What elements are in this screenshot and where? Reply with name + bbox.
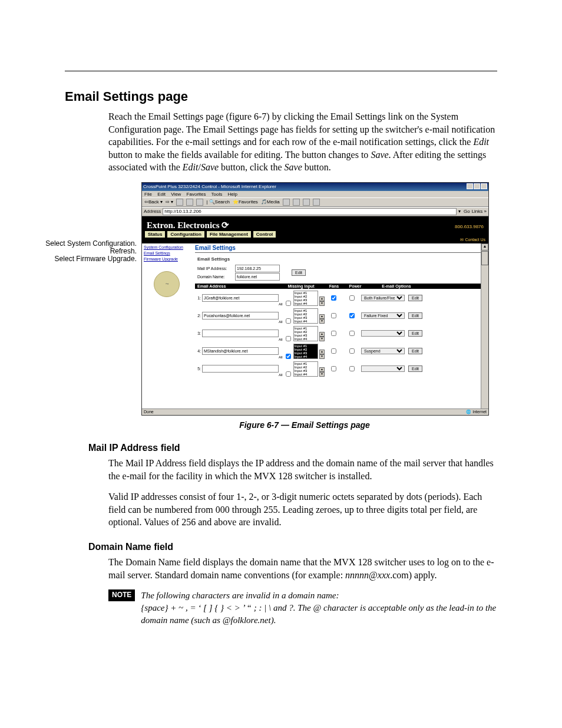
- sub1-title: Mail IP Address field: [88, 443, 497, 453]
- tab-file-management[interactable]: File Management: [206, 230, 252, 238]
- refresh-icon[interactable]: [186, 199, 193, 206]
- callout-fw-upgrade: Select Firmware Upgrade.: [29, 255, 137, 263]
- email-option-select[interactable]: Failure Fixed: [361, 312, 405, 319]
- sidebar-email-settings[interactable]: Email Settings: [144, 251, 190, 256]
- row-edit-button[interactable]: Edit: [408, 312, 422, 319]
- row-edit-button[interactable]: Edit: [408, 295, 422, 301]
- fan-check[interactable]: [331, 348, 336, 354]
- all-check[interactable]: [286, 371, 291, 377]
- email-row: 1:AllInput #1Input #2Input #3Input #4Inp…: [195, 289, 485, 307]
- spin-down-icon[interactable]: ▼: [319, 319, 325, 324]
- browser-menubar[interactable]: File Edit View Favorites Tools Help: [142, 191, 488, 197]
- all-check[interactable]: [286, 301, 291, 306]
- spin-up-icon[interactable]: ▲: [319, 314, 325, 319]
- row-edit-button[interactable]: Edit: [408, 330, 422, 337]
- input-listbox[interactable]: Input #1Input #2Input #3Input #4Input #5: [293, 326, 318, 341]
- fan-check[interactable]: [331, 313, 336, 318]
- email-input[interactable]: [202, 330, 279, 337]
- fan-check[interactable]: [331, 331, 336, 336]
- panel-heading: Email Settings: [195, 245, 485, 253]
- input-listbox[interactable]: Input #1Input #2Input #3Input #4Input #5: [293, 344, 318, 359]
- tab-status[interactable]: Status: [144, 230, 166, 238]
- row-number: 3:: [195, 331, 202, 335]
- email-input[interactable]: [202, 347, 279, 355]
- menu-view[interactable]: View: [171, 192, 181, 197]
- spin-down-icon[interactable]: ▼: [319, 301, 325, 306]
- sidebar-sys-config[interactable]: System Configuration: [144, 245, 190, 251]
- figure-6-7: Select System Configuration. Refresh. Se…: [141, 182, 497, 416]
- email-option-select[interactable]: Both Failure/Fixed: [361, 295, 405, 301]
- spin-up-icon[interactable]: ▲: [319, 332, 325, 337]
- spin-up-icon[interactable]: ▲: [319, 367, 325, 372]
- power-check[interactable]: [349, 348, 355, 354]
- print-icon[interactable]: [303, 199, 310, 206]
- spin-down-icon[interactable]: ▼: [319, 337, 325, 341]
- menu-tools[interactable]: Tools: [211, 192, 223, 197]
- spin-down-icon[interactable]: ▼: [319, 372, 325, 377]
- mail-icon[interactable]: [293, 199, 300, 206]
- email-input[interactable]: [202, 365, 279, 373]
- tab-configuration[interactable]: Configuration: [167, 230, 204, 238]
- edit-icon[interactable]: [313, 199, 320, 206]
- favorites-button[interactable]: Favorites: [239, 199, 258, 205]
- input-listbox[interactable]: Input #1Input #2Input #3Input #4Input #5: [293, 308, 318, 324]
- row-edit-button[interactable]: Edit: [408, 365, 422, 372]
- all-check[interactable]: [286, 336, 291, 341]
- links-label[interactable]: Links »: [472, 209, 487, 214]
- spin-up-icon[interactable]: ▲: [319, 297, 325, 301]
- missing-input-cell: AllInput #1Input #2Input #3Input #4Input…: [279, 308, 325, 324]
- email-option-select[interactable]: [361, 330, 405, 337]
- media-button[interactable]: Media: [267, 199, 280, 205]
- stop-icon[interactable]: [176, 199, 183, 206]
- browser-titlebar: CrossPoint Plus 3232/2424 Control - Micr…: [142, 183, 488, 191]
- menu-file[interactable]: File: [144, 192, 152, 197]
- menu-help[interactable]: Help: [228, 192, 237, 197]
- sub1-p2: Valid IP addresses consist of four 1-, 2…: [65, 490, 497, 529]
- row-number: 5:: [195, 367, 202, 371]
- browser-title: CrossPoint Plus 3232/2424 Control - Micr…: [143, 184, 276, 189]
- back-button[interactable]: Back: [148, 199, 159, 205]
- fan-check[interactable]: [331, 366, 336, 371]
- search-button[interactable]: Search: [215, 199, 230, 205]
- all-check[interactable]: [286, 354, 291, 359]
- power-check[interactable]: [349, 331, 355, 336]
- vertical-scrollbar[interactable]: ▲: [481, 243, 488, 409]
- go-button[interactable]: Go: [464, 209, 470, 214]
- all-check[interactable]: [286, 318, 291, 324]
- sidebar-firmware-upgrade[interactable]: Firmware Upgrade: [144, 256, 190, 262]
- fan-check[interactable]: [331, 295, 336, 301]
- domain-input[interactable]: [235, 273, 280, 281]
- power-check[interactable]: [349, 313, 355, 318]
- domain-label: Domain Name:: [197, 275, 233, 279]
- spin-up-icon[interactable]: ▲: [319, 350, 325, 354]
- tab-control[interactable]: Control: [253, 230, 276, 238]
- email-option-select[interactable]: [361, 365, 405, 372]
- contact-us[interactable]: ✉ Contact Us: [142, 238, 488, 243]
- spin-down-icon[interactable]: ▼: [319, 354, 325, 359]
- figure-caption: Figure 6-7 — Email Settings page: [112, 420, 497, 430]
- window-controls[interactable]: [466, 183, 487, 190]
- input-listbox[interactable]: Input #1Input #2Input #3Input #4Input #5: [293, 361, 318, 377]
- input-listbox[interactable]: Input #1Input #2Input #3Input #4Input #5: [293, 291, 318, 306]
- email-input[interactable]: [202, 312, 279, 319]
- menu-edit[interactable]: Edit: [157, 192, 166, 197]
- page-top-rule: [65, 71, 497, 71]
- email-option-select[interactable]: Suspend: [361, 348, 405, 354]
- section-title: Email Settings page: [65, 89, 497, 104]
- home-icon[interactable]: [196, 199, 203, 206]
- menu-favorites[interactable]: Favorites: [187, 192, 206, 197]
- history-icon[interactable]: [283, 199, 290, 206]
- email-row: 5:AllInput #1Input #2Input #3Input #4Inp…: [195, 360, 485, 377]
- mail-ip-input[interactable]: [235, 265, 280, 272]
- address-input[interactable]: [163, 208, 457, 215]
- edit-mail-button[interactable]: Edit: [292, 269, 306, 276]
- all-label: All: [279, 338, 283, 341]
- power-check[interactable]: [349, 295, 355, 301]
- browser-toolbar[interactable]: ⇦Back ▾ ⇨ ▾ | 🔍Search ⭐Favorites 🎵Media: [142, 197, 488, 207]
- col-fans: Fans: [325, 284, 343, 289]
- email-input[interactable]: [202, 294, 279, 302]
- nav-tabs: Status Configuration File Management Con…: [142, 230, 488, 238]
- email-row: 4:AllInput #1Input #2Input #3Input #4Inp…: [195, 342, 485, 360]
- row-edit-button[interactable]: Edit: [408, 348, 422, 354]
- power-check[interactable]: [349, 366, 355, 371]
